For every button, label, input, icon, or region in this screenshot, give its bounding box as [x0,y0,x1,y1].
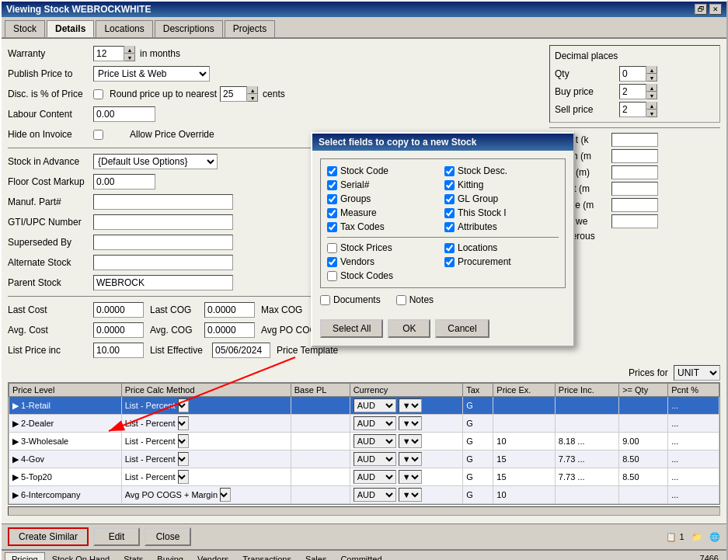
last-cog-input[interactable] [204,302,255,318]
warranty-input[interactable] [93,46,124,61]
width-input[interactable] [611,165,658,179]
create-similar-button[interactable]: Create Similar [8,527,89,546]
currency-arrow[interactable]: ▼ [399,434,422,448]
cubic-input[interactable] [611,214,658,228]
currency-select[interactable]: AUD [354,488,396,502]
method-dropdown[interactable] [178,398,189,412]
round-down[interactable]: ▼ [247,94,258,102]
gti-input[interactable] [93,214,233,230]
sell-price-dp-spinner[interactable]: ▲ ▼ [619,102,666,117]
currency-select[interactable]: AUD [354,416,396,430]
checkbox-tax-codes[interactable] [327,222,337,232]
qty-dp-input[interactable] [619,66,646,82]
bottom-tab-pricing[interactable]: Pricing [5,552,45,560]
method-dropdown[interactable] [178,434,189,448]
checkbox-notes[interactable] [396,295,406,305]
round-up[interactable]: ▲ [247,86,258,94]
list-effective-input[interactable] [212,343,270,358]
checkbox-this-stock[interactable] [444,208,455,218]
currency-arrow[interactable]: ▼ [399,488,422,502]
horizontal-scrollbar[interactable] [8,506,720,516]
currency-arrow[interactable]: ▼ [399,398,422,412]
avg-cog-input[interactable] [204,322,255,338]
volume-input[interactable] [611,198,658,212]
qty-dp-up[interactable]: ▲ [646,66,657,74]
checkbox-stock-codes[interactable] [327,271,337,281]
buy-price-dp-spinner[interactable]: ▲ ▼ [619,84,666,99]
warranty-down[interactable]: ▼ [124,54,135,61]
checkbox-documents[interactable] [320,295,330,305]
prices-for-select[interactable]: UNIT [674,365,720,381]
bottom-tab-stats[interactable]: Stats [117,552,150,560]
currency-select[interactable]: AUD [354,470,396,484]
bottom-tab-transactions[interactable]: Transactions [235,552,298,560]
method-dropdown[interactable] [178,452,189,466]
close-button[interactable]: ✕ [709,4,722,15]
bottom-tab-vendors[interactable]: Vendors [190,552,235,560]
superseded-input[interactable] [93,235,233,250]
checkbox-stock-code[interactable] [327,166,337,176]
qty-dp-down[interactable]: ▼ [646,74,657,82]
currency-arrow[interactable]: ▼ [399,452,422,466]
checkbox-locations[interactable] [444,243,455,253]
checkbox-kitting[interactable] [444,180,455,190]
weight-input[interactable] [611,133,658,147]
labour-input[interactable] [93,106,155,122]
parent-input[interactable] [93,275,233,290]
checkbox-stock-desc[interactable] [444,166,455,176]
bottom-tab-sales[interactable]: Sales [298,552,334,560]
currency-select[interactable]: AUD [354,398,396,412]
method-dropdown[interactable] [220,488,231,502]
checkbox-measure[interactable] [327,208,337,218]
floor-cost-input[interactable] [93,174,155,190]
height-input[interactable] [611,182,658,196]
edit-button[interactable]: Edit [93,527,140,546]
round-spinner[interactable]: ▲ ▼ [220,86,258,102]
table-row[interactable]: ▶ 6-Intercompany Avg PO COGS + Margin AU… [9,486,719,504]
table-row[interactable]: ▶ 1-Retail List - Percent AUD ▼ G ... [9,397,719,415]
bottom-tab-committed[interactable]: Committed [333,552,388,560]
table-row[interactable]: ▶ 3-Wholesale List - Percent AUD ▼ G 10 … [9,433,719,450]
qty-dp-spinner[interactable]: ▲ ▼ [619,66,666,82]
avg-cost-input[interactable] [93,322,144,338]
cancel-button[interactable]: Cancel [435,319,489,338]
warranty-spinner[interactable]: ▲ ▼ [93,46,135,61]
sell-price-dp-down[interactable]: ▼ [646,110,657,117]
length-input[interactable] [611,149,658,163]
bottom-tab-buying[interactable]: Buying [150,552,190,560]
checkbox-vendors[interactable] [327,257,337,267]
checkbox-procurement[interactable] [444,257,455,267]
alternate-input[interactable] [93,255,233,270]
checkbox-serial[interactable] [327,180,337,190]
ok-button[interactable]: OK [388,319,430,338]
select-all-button[interactable]: Select All [320,319,383,338]
sell-price-dp-up[interactable]: ▲ [646,102,657,110]
round-input[interactable] [220,86,247,102]
disc-checkbox[interactable] [93,89,103,99]
publish-price-select[interactable]: Price List & Web [93,66,210,82]
sell-price-dp-input[interactable] [619,102,646,117]
bottom-tab-stock-on-hand[interactable]: Stock On Hand [45,552,117,560]
checkbox-stock-prices[interactable] [327,243,337,253]
last-cost-input[interactable] [93,302,144,318]
checkbox-gl-group[interactable] [444,194,455,204]
checkbox-groups[interactable] [327,194,337,204]
currency-arrow[interactable]: ▼ [399,416,422,430]
tab-locations[interactable]: Locations [96,20,152,37]
method-dropdown[interactable] [178,470,189,484]
buy-price-dp-down[interactable]: ▼ [646,92,657,99]
manuf-part-input[interactable] [93,194,233,210]
table-row[interactable]: ▶ 4-Gov List - Percent AUD ▼ G 15 7.73 .… [9,450,719,468]
method-dropdown[interactable] [178,416,189,430]
tab-descriptions[interactable]: Descriptions [155,20,223,37]
currency-select[interactable]: AUD [354,452,396,466]
table-row[interactable]: ▶ 2-Dealer List - Percent AUD ▼ G ... [9,415,719,433]
tab-stock[interactable]: Stock [5,20,45,37]
warranty-up[interactable]: ▲ [124,46,135,54]
list-price-input[interactable] [93,343,144,358]
currency-arrow[interactable]: ▼ [399,470,422,484]
hide-invoice-checkbox[interactable] [93,130,103,140]
buy-price-dp-up[interactable]: ▲ [646,84,657,92]
restore-button[interactable]: 🗗 [695,4,707,15]
buy-price-dp-input[interactable] [619,84,646,99]
